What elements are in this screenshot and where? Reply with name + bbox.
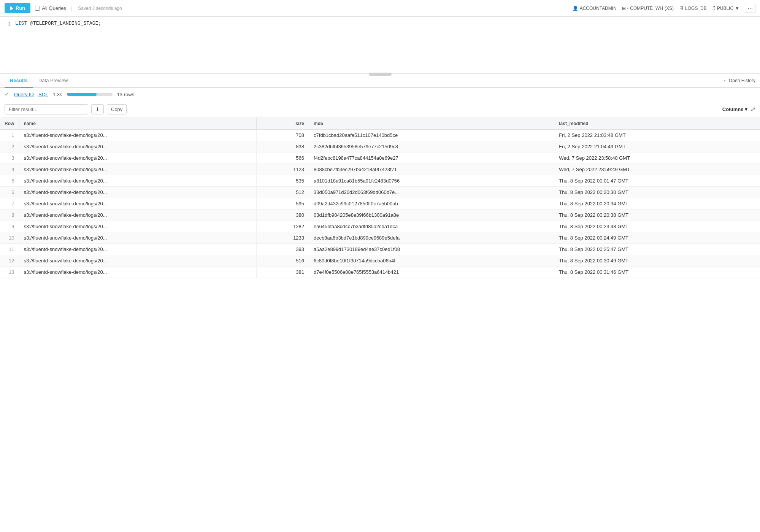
copy-button[interactable]: Copy (107, 104, 127, 114)
saved-ago-text: Saved 3 seconds ago (78, 6, 122, 11)
col-header-last-modified: last_modified (554, 118, 760, 130)
cell-name: s3://fluentd-snowflake-demo/logs/20... (19, 130, 257, 141)
cell-size: 516 (257, 255, 309, 267)
cell-name: s3://fluentd-snowflake-demo/logs/20... (19, 175, 257, 187)
results-info-row: ✓ Query ID SQL 1.3s 13 rows (0, 88, 760, 101)
cell-md5: 33d050a971d20d2d063f69dd060b7e... (309, 187, 554, 198)
table-row: 2 s3://fluentd-snowflake-demo/logs/20...… (0, 141, 760, 152)
cell-size: 838 (257, 141, 309, 152)
cell-row-num: 13 (0, 267, 19, 278)
cell-name: s3://fluentd-snowflake-demo/logs/20... (19, 255, 257, 267)
cell-name: s3://fluentd-snowflake-demo/logs/20... (19, 164, 257, 175)
cell-name: s3://fluentd-snowflake-demo/logs/20... (19, 141, 257, 152)
progress-bar (67, 93, 113, 96)
table-row: 4 s3://fluentd-snowflake-demo/logs/20...… (0, 164, 760, 175)
tab-results[interactable]: Results (5, 74, 33, 88)
run-button-label: Run (16, 5, 25, 11)
code-keyword-list: LIST (15, 21, 27, 26)
cell-md5: 8088cbe7fb3ec297b64218a0f7423f71 (309, 164, 554, 175)
cell-row-num: 10 (0, 232, 19, 244)
results-table: Row name size md5 last_modified 1 s3://f… (0, 118, 760, 278)
download-icon: ⬇ (95, 106, 100, 112)
cell-md5: 6c80d0f8be10f1f3d714a9dccba06b4f (309, 255, 554, 267)
cell-size: 1282 (257, 221, 309, 232)
download-button[interactable]: ⬇ (91, 104, 104, 114)
cell-row-num: 2 (0, 141, 19, 152)
col-header-size: size (257, 118, 309, 130)
cell-row-num: 4 (0, 164, 19, 175)
cell-last-modified: Thu, 8 Sep 2022 00:01:47 GMT (554, 175, 760, 187)
cell-last-modified: Fri, 2 Sep 2022 21:04:49 GMT (554, 141, 760, 152)
table-row: 7 s3://fluentd-snowflake-demo/logs/20...… (0, 198, 760, 210)
cell-name: s3://fluentd-snowflake-demo/logs/20... (19, 187, 257, 198)
editor-resize-handle[interactable] (369, 73, 392, 76)
cell-size: 381 (257, 267, 309, 278)
tab-data-preview[interactable]: Data Preview (33, 74, 73, 88)
cell-last-modified: Thu, 8 Sep 2022 00:24:49 GMT (554, 232, 760, 244)
code-identifier: @TELEPORT_LANDING_STAGE; (30, 21, 101, 26)
progress-bar-fill (67, 93, 97, 96)
warehouse-item: ⊞ ◦ COMPUTE_WH (XS) (622, 6, 674, 11)
toolbar-right-section: 👤 ACCOUNTADMIN ⊞ ◦ COMPUTE_WH (XS) 🗄 LOG… (573, 4, 755, 13)
cell-size: 1123 (257, 164, 309, 175)
table-header-row: Row name size md5 last_modified (0, 118, 760, 130)
all-queries-checkbox[interactable] (35, 6, 40, 11)
cell-row-num: 6 (0, 187, 19, 198)
cell-last-modified: Thu, 8 Sep 2022 00:30:49 GMT (554, 255, 760, 267)
cell-row-num: 8 (0, 210, 19, 221)
table-row: 10 s3://fluentd-snowflake-demo/logs/20..… (0, 232, 760, 244)
columns-button[interactable]: Columns ▾ (722, 106, 747, 112)
cell-md5: 03d1dfb984205e8e39f66b1300a91a8e (309, 210, 554, 221)
more-button[interactable]: ⋯ (745, 4, 755, 13)
database-label: LOGS_DB (685, 6, 707, 11)
cell-size: 708 (257, 130, 309, 141)
cell-name: s3://fluentd-snowflake-demo/logs/20... (19, 267, 257, 278)
cell-size: 1233 (257, 232, 309, 244)
table-row: 1 s3://fluentd-snowflake-demo/logs/20...… (0, 130, 760, 141)
cell-size: 380 (257, 210, 309, 221)
row-count-text: 13 rows (117, 92, 135, 97)
filter-input[interactable] (5, 104, 88, 114)
warehouse-icon: ⊞ (622, 6, 626, 11)
cell-row-num: 11 (0, 244, 19, 255)
col-header-name: name (19, 118, 257, 130)
table-row: 12 s3://fluentd-snowflake-demo/logs/20..… (0, 255, 760, 267)
play-icon (10, 6, 13, 11)
col-header-md5: md5 (309, 118, 554, 130)
cell-last-modified: Thu, 8 Sep 2022 00:20:30 GMT (554, 187, 760, 198)
duration-text: 1.3s (53, 92, 62, 97)
results-table-wrapper: Row name size md5 last_modified 1 s3://f… (0, 118, 760, 278)
columns-button-label: Columns ▾ (722, 106, 747, 112)
expand-button[interactable]: ⤢ (750, 106, 755, 113)
code-line-1[interactable]: LIST @TELEPORT_LANDING_STAGE; (15, 21, 101, 26)
schema-label: PUBLIC (717, 6, 733, 11)
warehouse-label: ◦ COMPUTE_WH (627, 6, 663, 11)
schema-icon: ⠿ (712, 6, 716, 11)
toolbar-separator: | (71, 5, 72, 11)
table-row: 8 s3://fluentd-snowflake-demo/logs/20...… (0, 210, 760, 221)
open-history-label: ← Open History (723, 78, 755, 83)
cell-md5: decb8aa6b3bd7e1bd899ce9689e5defa (309, 232, 554, 244)
cell-md5: a8101d18a91ca81b55a91fc2483d0756 (309, 175, 554, 187)
sql-link[interactable]: SQL (38, 92, 48, 97)
cell-last-modified: Thu, 8 Sep 2022 00:23:48 GMT (554, 221, 760, 232)
cell-last-modified: Wed, 7 Sep 2022 23:59:49 GMT (554, 164, 760, 175)
editor-line-1: 1 LIST @TELEPORT_LANDING_STAGE; (0, 21, 760, 27)
cell-name: s3://fluentd-snowflake-demo/logs/20... (19, 198, 257, 210)
table-row: 11 s3://fluentd-snowflake-demo/logs/20..… (0, 244, 760, 255)
tabs-bar: Results Data Preview ← Open History (0, 74, 760, 88)
filter-row: ⬇ Copy Columns ▾ ⤢ (0, 101, 760, 118)
cell-size: 535 (257, 175, 309, 187)
database-item: 🗄 LOGS_DB (679, 6, 707, 11)
col-header-row: Row (0, 118, 19, 130)
account-label: ACCOUNTADMIN (580, 6, 617, 11)
run-button[interactable]: Run (5, 3, 30, 13)
editor-area: 1 LIST @TELEPORT_LANDING_STAGE; (0, 17, 760, 74)
database-icon: 🗄 (679, 6, 684, 11)
open-history-button[interactable]: ← Open History (723, 78, 755, 83)
tab-data-preview-label: Data Preview (38, 78, 68, 83)
cell-md5: c7fdb1cbad20aafe511c107e140bd5ce (309, 130, 554, 141)
cell-last-modified: Thu, 8 Sep 2022 00:20:38 GMT (554, 210, 760, 221)
all-queries-checkbox-label[interactable]: All Queries (35, 5, 66, 11)
query-id-link[interactable]: Query ID (14, 92, 34, 97)
